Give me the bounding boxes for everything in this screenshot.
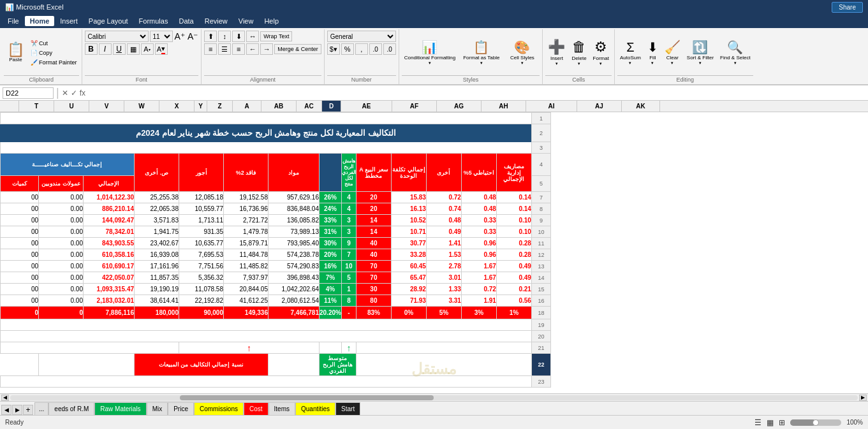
find-select-button[interactable]: 🔍 Find & Select ▾ — [717, 38, 753, 67]
cell-omolat-r8[interactable]: 0.00 — [39, 203, 84, 215]
indent-increase-button[interactable]: → — [260, 43, 273, 55]
menu-view[interactable]: View — [233, 16, 259, 26]
number-format-select[interactable]: General — [327, 31, 396, 42]
cell-ihtiyati-r8[interactable]: 0.48 — [461, 203, 496, 215]
align-top-button[interactable]: ⬆ — [204, 31, 217, 42]
col-head-AK[interactable]: AK — [622, 101, 660, 112]
cell-okhra-r7[interactable]: 0.72 — [426, 192, 461, 203]
font-name-select[interactable]: Calibri — [85, 31, 149, 42]
cell-mawad-r8[interactable]: 836,848.04 — [268, 203, 320, 215]
col-head-AH[interactable]: AH — [482, 101, 526, 112]
tab-scroll-left[interactable]: ◀ — [1, 405, 11, 415]
font-size-select[interactable]: 11 — [150, 31, 173, 42]
delete-button[interactable]: 🗑 Delete ▾ — [569, 38, 589, 68]
cell-madaris-r8[interactable]: 0.14 — [496, 203, 531, 215]
menu-help[interactable]: Help — [259, 16, 284, 26]
merge-center-button[interactable]: Merge & Center — [274, 44, 321, 54]
cell-kameyat-r7[interactable]: 00 — [1, 192, 39, 203]
tab-price[interactable]: Price — [168, 402, 194, 415]
col-head-U[interactable]: U — [54, 101, 89, 112]
col-head-D[interactable]: D — [322, 101, 341, 112]
col-head-W[interactable]: W — [124, 101, 159, 112]
zoom-level[interactable]: 100% — [846, 419, 863, 426]
cell-ihtiyati-r7[interactable]: 0.48 — [461, 192, 496, 203]
col-head-AE[interactable]: AE — [341, 101, 392, 112]
tab-items[interactable]: Items — [268, 402, 295, 415]
tab-raw-materials[interactable]: Raw Materials — [94, 402, 146, 415]
col-head-T[interactable]: T — [19, 101, 54, 112]
cell-percent-r8[interactable]: 24% — [320, 203, 342, 215]
col-head-AF[interactable]: AF — [392, 101, 437, 112]
align-right-button[interactable]: ≡ — [232, 43, 245, 55]
cell-okhra-r8[interactable]: 0.74 — [426, 203, 461, 215]
scroll-right-button[interactable]: ▶ — [859, 395, 867, 401]
view-break-button[interactable]: ⊞ — [779, 418, 785, 427]
format-as-table-button[interactable]: 📋 Format as Table ▾ — [460, 38, 502, 67]
menu-file[interactable]: File — [3, 16, 24, 26]
increase-decimal-button[interactable]: .0 — [369, 43, 382, 55]
col-head-A[interactable]: A — [233, 101, 261, 112]
horizontal-scrollbar[interactable] — [10, 395, 858, 400]
align-left-button[interactable]: ≡ — [204, 43, 217, 55]
menu-home[interactable]: Home — [25, 16, 55, 26]
col-head-V[interactable]: V — [89, 101, 124, 112]
currency-button[interactable]: $▾ — [327, 43, 340, 55]
borders-button[interactable]: ▦ — [127, 43, 140, 55]
cell-kameyat-r8[interactable]: 00 — [1, 203, 39, 215]
view-layout-button[interactable]: ▦ — [767, 418, 774, 427]
cell-ijmali-taklifa-r7[interactable]: 15.83 — [391, 192, 426, 203]
tab-more[interactable]: ... — [34, 402, 48, 415]
cell-hamish-r8[interactable]: 4 — [341, 203, 356, 215]
cell-faqid-r8[interactable]: 16,736.96 — [224, 203, 268, 215]
col-head-AC[interactable]: AC — [297, 101, 322, 112]
wrap-text-button[interactable]: Wrap Text — [260, 31, 292, 41]
scroll-left-button[interactable]: ◀ — [1, 395, 9, 401]
cell-sa-okhra-r7[interactable]: 25,255.38 — [135, 192, 179, 203]
sort-filter-button[interactable]: 🔃 Sort & Filter ▾ — [684, 38, 716, 67]
cell-ujur-r8[interactable]: 10,559.77 — [179, 203, 224, 215]
cell-omolat-r7[interactable]: 0.00 — [39, 192, 84, 203]
autosum-button[interactable]: Σ AutoSum ▾ — [617, 39, 644, 67]
cell-ijmali-r7[interactable]: 1,014,122.30 — [84, 192, 135, 203]
font-color-button[interactable]: A▾ — [155, 43, 168, 55]
tab-commissions[interactable]: Commissions — [194, 402, 244, 415]
share-button[interactable]: Share — [832, 2, 863, 13]
cell-percent-r7[interactable]: 26% — [320, 192, 342, 203]
col-head-Z[interactable]: Z — [207, 101, 233, 112]
percent-button[interactable]: % — [341, 43, 354, 55]
col-head-Y[interactable]: Y — [195, 101, 207, 112]
format-button[interactable]: ⚙ Format ▾ — [591, 38, 612, 68]
cell-styles-button[interactable]: 🎨 Cell Styles ▾ — [504, 38, 540, 67]
tab-mix[interactable]: Mix — [147, 402, 168, 415]
col-head-AG[interactable]: AG — [437, 101, 482, 112]
format-painter-button[interactable]: 🖌️Format Painter — [29, 58, 79, 67]
insert-button[interactable]: ➕ Insert ▾ — [545, 38, 568, 68]
cell-ijmali-taklifa-r8[interactable]: 16.13 — [391, 203, 426, 215]
fill-button[interactable]: ⬇ Fill ▾ — [645, 38, 661, 67]
cell-ujur-r7[interactable]: 12,085.18 — [179, 192, 224, 203]
align-center-button[interactable]: ☰ — [218, 43, 231, 55]
tab-start[interactable]: Start — [335, 402, 360, 415]
align-bottom-button[interactable]: ⬇ — [232, 31, 245, 42]
tab-quantities[interactable]: Quantities — [295, 402, 335, 415]
col-head-AB[interactable]: AB — [261, 101, 297, 112]
cell-sa-okhra-r8[interactable]: 22,065.38 — [135, 203, 179, 215]
cut-button[interactable]: ✂️Cut — [29, 39, 79, 48]
decrease-decimal-button[interactable]: .0 — [383, 43, 396, 55]
menu-formulas[interactable]: Formulas — [134, 16, 173, 26]
tab-scroll-right[interactable]: ▶ — [12, 405, 22, 415]
cell-ser-bai3-r8[interactable]: 20 — [356, 203, 391, 215]
text-direction-button[interactable]: ↔ — [246, 31, 259, 42]
menu-page-layout[interactable]: Page Layout — [84, 16, 133, 26]
view-normal-button[interactable]: ☰ — [754, 418, 761, 427]
align-middle-button[interactable]: ↕ — [218, 31, 231, 42]
title-cell[interactable]: التكاليف المعيارية لكل منتج وهامش الربح … — [1, 124, 532, 142]
formula-function-icon[interactable]: fx — [80, 89, 85, 98]
menu-data[interactable]: Data — [173, 16, 198, 26]
indent-decrease-button[interactable]: ← — [246, 43, 259, 55]
decrease-font-button[interactable]: A⁻ — [187, 31, 198, 42]
increase-font-button[interactable]: A⁺ — [174, 31, 186, 42]
menu-insert[interactable]: Insert — [55, 16, 83, 26]
col-head-AI[interactable]: AI — [526, 101, 577, 112]
conditional-formatting-button[interactable]: 📊 Conditional Formatting ▾ — [402, 38, 458, 67]
